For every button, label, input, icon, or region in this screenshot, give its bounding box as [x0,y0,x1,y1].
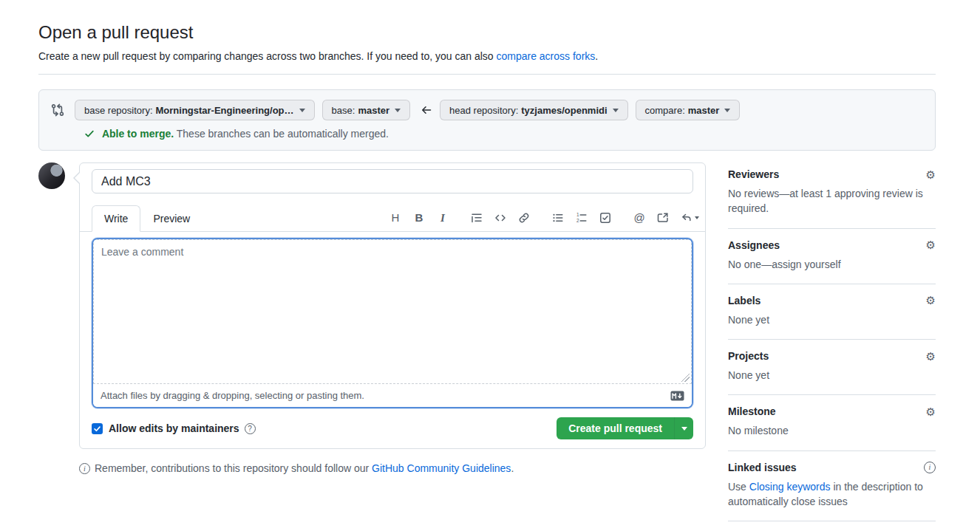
create-pull-request-split-button: Create pull request [557,417,693,439]
tab-preview[interactable]: Preview [140,205,203,232]
base-branch-dropdown[interactable]: base: master [322,100,410,120]
cross-reference-icon[interactable] [657,212,669,224]
create-pull-request-button[interactable]: Create pull request [557,417,674,439]
merge-status: Able to merge. These branches can be aut… [51,128,923,140]
git-compare-icon [51,103,64,117]
assignees-body: No one—assign yourself [728,257,936,272]
allow-edits-label: Allow edits by maintainers [109,422,239,434]
gear-icon[interactable]: ⚙ [926,169,936,180]
sidebar-section-projects: Projects ⚙ None yet [728,340,936,395]
head-repository-dropdown[interactable]: head repository: tyzjames/openmidi [440,100,628,120]
italic-icon[interactable]: I [437,212,449,224]
community-guidelines-link[interactable]: GitHub Community Guidelines [372,462,511,474]
gear-icon[interactable]: ⚙ [926,295,936,306]
mention-icon[interactable]: @ [633,212,645,224]
chevron-down-icon [695,216,699,219]
task-list-icon[interactable] [599,212,611,224]
svg-text:2: 2 [576,218,579,223]
projects-title: Projects [728,350,769,362]
pr-title-input[interactable] [92,169,693,193]
projects-body: None yet [728,368,936,383]
sidebar-section-labels: Labels ⚙ None yet [728,284,936,340]
pr-form: Write Preview H B I [79,162,706,449]
pr-form-column: Write Preview H B I [38,162,706,521]
head-repository-label: head repository: [449,105,518,116]
merge-status-description: These branches can be automatically merg… [177,128,389,140]
gear-icon[interactable]: ⚙ [926,239,936,250]
merge-status-title: Able to merge. [102,128,174,140]
bold-icon[interactable]: B [413,212,425,224]
sidebar-section-reviewers: Reviewers ⚙ No reviews—at least 1 approv… [728,168,936,229]
page-subtitle: Create a new pull request by comparing c… [38,50,936,62]
contribution-reminder: i Remember, contributions to this reposi… [79,462,706,474]
avatar [38,162,65,189]
compare-branch-label: compare: [645,105,685,116]
pr-sidebar: Reviewers ⚙ No reviews—at least 1 approv… [728,162,936,521]
linked-issues-body: Use Closing keywords in the description … [728,479,936,510]
subtitle-period: . [595,50,598,62]
comment-tabnav: Write Preview H B I [80,205,705,232]
compare-branch-value: master [688,105,720,116]
reply-icon[interactable] [681,212,699,224]
page-title: Open a pull request [38,22,936,43]
assignees-title: Assignees [728,239,780,251]
form-actions: Allow edits by maintainers ? Create pull… [92,417,693,439]
branch-compare-bar: base repository: Morningstar-Engineering… [38,89,936,151]
comment-editor: Attach files by dragging & dropping, sel… [92,238,693,408]
create-pull-request-options-button[interactable] [674,417,693,439]
check-icon [84,129,95,139]
gear-icon[interactable]: ⚙ [926,351,936,362]
gear-icon[interactable]: ⚙ [926,406,936,417]
arrow-left-icon [421,104,432,116]
base-branch-label: base: [332,105,355,116]
chevron-down-icon [681,427,687,431]
heading-icon[interactable]: H [389,212,401,224]
info-icon[interactable]: i [924,462,936,473]
milestone-title: Milestone [728,405,776,417]
attach-files-hint: Attach files by dragging & dropping, sel… [101,390,364,401]
base-repository-value: Morningstar-Engineering/op… [156,105,294,116]
help-icon[interactable]: ? [245,423,256,434]
chevron-down-icon [613,109,619,112]
markdown-toolbar: H B I [389,212,699,231]
closing-keywords-link[interactable]: Closing keywords [749,481,831,493]
info-icon: i [79,463,90,474]
header-divider [38,74,936,75]
unordered-list-icon[interactable] [552,212,564,224]
svg-text:1: 1 [576,212,579,217]
compare-across-forks-link[interactable]: compare across forks [496,50,595,62]
chevron-down-icon [395,109,401,112]
ordered-list-icon[interactable]: 12 [576,212,588,224]
code-icon[interactable] [494,212,506,224]
sidebar-section-assignees: Assignees ⚙ No one—assign yourself [728,229,936,284]
tab-write[interactable]: Write [92,205,140,232]
file-drop-zone [93,239,692,384]
open-pull-request-page: Open a pull request Create a new pull re… [0,0,980,521]
resize-handle-icon[interactable] [681,374,690,382]
chevron-down-icon [724,109,730,112]
base-repository-label: base repository: [84,105,153,116]
link-icon[interactable] [518,212,530,224]
linked-issues-title: Linked issues [728,462,797,473]
allow-edits-checkbox[interactable] [92,423,103,434]
head-repository-value: tyzjames/openmidi [521,105,607,116]
subtitle-text: Create a new pull request by comparing c… [38,50,496,62]
labels-body: None yet [728,312,936,327]
attach-files-footer[interactable]: Attach files by dragging & dropping, sel… [93,384,692,407]
quote-icon[interactable] [471,212,483,224]
chevron-down-icon [299,109,305,112]
base-branch-value: master [358,105,389,116]
milestone-body: No milestone [728,423,936,438]
reminder-text: Remember, contributions to this reposito… [95,462,514,474]
sidebar-section-linked-issues: Linked issues i Use Closing keywords in … [728,451,936,522]
reviewers-title: Reviewers [728,168,779,180]
base-repository-dropdown[interactable]: base repository: Morningstar-Engineering… [75,100,315,120]
markdown-icon[interactable] [670,391,684,401]
compare-branch-dropdown[interactable]: compare: master [636,100,741,120]
comment-textarea[interactable] [94,240,691,383]
labels-title: Labels [728,295,760,306]
reviewers-body: No reviews—at least 1 approving review i… [728,186,936,216]
sidebar-section-milestone: Milestone ⚙ No milestone [728,395,936,451]
